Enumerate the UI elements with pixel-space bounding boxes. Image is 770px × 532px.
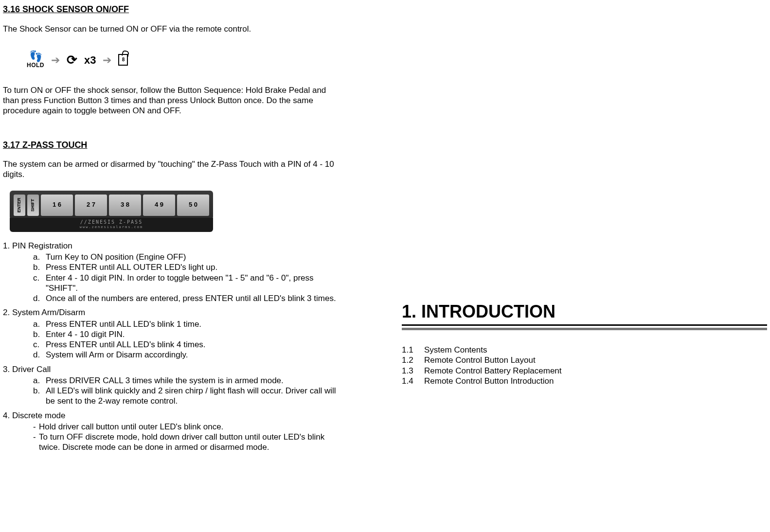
- list-item: b.Enter 4 - 10 digit PIN.: [33, 329, 343, 339]
- toc-item: 1.2Remote Control Button Layout: [402, 355, 767, 365]
- hold-label: HOLD: [27, 62, 44, 69]
- list-item: Hold driver call button until outer LED'…: [33, 422, 343, 432]
- arm-disarm-list: a.Press ENTER until ALL LED's blink 1 ti…: [3, 319, 343, 360]
- section-3-17-intro: The system can be armed or disarmed by "…: [3, 159, 339, 180]
- driver-call-list: a.Press DRIVER CALL 3 times while the sy…: [3, 375, 343, 407]
- keypad-key-3-8: 3 8: [109, 195, 141, 216]
- heading-rule: [402, 328, 767, 330]
- introduction-toc: 1.1System Contents 1.2Remote Control But…: [402, 345, 767, 386]
- foot-icon: 👣: [29, 51, 42, 62]
- pin-registration-list: a.Turn Key to ON position (Engine OFF) b…: [3, 252, 343, 303]
- keypad-key-1-6: 1 6: [41, 195, 73, 216]
- discrete-mode-list: Hold driver call button until outer LED'…: [3, 422, 343, 453]
- zpass-keypad-illustration: ENTER SHIFT 1 6 2 7 3 8 4 9 5 0 //ZENESI…: [10, 191, 213, 232]
- introduction-heading: 1. INTRODUCTION: [402, 301, 767, 326]
- arm-disarm-title: 2. System Arm/Disarm: [3, 307, 343, 318]
- list-item: b.All LED's will blink quickly and 2 sir…: [33, 386, 343, 407]
- left-column: 3.16 SHOCK SENSOR ON/OFF The Shock Senso…: [3, 4, 343, 528]
- toc-item: 1.3Remote Control Battery Replacement: [402, 366, 767, 376]
- section-3-17-heading: 3.17 Z-PASS TOUCH: [3, 140, 343, 151]
- times-three-label: x3: [84, 53, 96, 67]
- toc-item: 1.4Remote Control Button Introduction: [402, 376, 767, 386]
- driver-call-title: 3. Driver Call: [3, 364, 343, 374]
- list-item: b.Press ENTER until ALL OUTER LED's ligh…: [33, 262, 343, 272]
- section-3-16-intro: The Shock Sensor can be turned ON or OFF…: [3, 24, 339, 34]
- cycle-icon: ⟳: [67, 52, 77, 68]
- discrete-mode-title: 4. Discrete mode: [3, 410, 343, 421]
- keypad-brand-strip: //ZENESIS Z-PASS www.zenesisalarms.com: [10, 218, 213, 232]
- list-item: To turn OFF discrete mode, hold down dri…: [33, 432, 343, 453]
- section-3-16-para2: To turn ON or OFF the shock sensor, foll…: [3, 85, 339, 116]
- section-3-16-heading: 3.16 SHOCK SENSOR ON/OFF: [3, 4, 343, 15]
- right-column: 1. INTRODUCTION 1.1System Contents 1.2Re…: [402, 4, 767, 528]
- keypad-brand: //ZENESIS Z-PASS: [10, 219, 213, 226]
- unlock-icon: 8: [118, 54, 128, 66]
- keypad-key-4-9: 4 9: [143, 195, 175, 216]
- list-item: a.Press ENTER until ALL LED's blink 1 ti…: [33, 319, 343, 329]
- keypad-key-5-0: 5 0: [177, 195, 209, 216]
- list-item: c.Press ENTER until ALL LED's blink 4 ti…: [33, 339, 343, 350]
- list-item: d.System will Arm or Disarm accordingly.: [33, 350, 343, 360]
- keypad-enter: ENTER: [14, 195, 25, 216]
- arrow-right-icon: ➔: [51, 53, 60, 67]
- list-item: a.Turn Key to ON position (Engine OFF): [33, 252, 343, 262]
- list-item: c.Enter 4 - 10 digit PIN. In order to to…: [33, 273, 343, 294]
- hold-icon: 👣 HOLD: [27, 51, 44, 69]
- keypad-shift: SHIFT: [27, 195, 39, 216]
- pin-registration-title: 1. PIN Registration: [3, 241, 343, 251]
- list-item: d.Once all of the numbers are entered, p…: [33, 293, 343, 303]
- unlock-inner-label: 8: [122, 57, 125, 63]
- toc-item: 1.1System Contents: [402, 345, 767, 355]
- keypad-key-2-7: 2 7: [75, 195, 107, 216]
- list-item: a.Press DRIVER CALL 3 times while the sy…: [33, 375, 343, 386]
- button-sequence-illustration: 👣 HOLD ➔ ⟳ x3 ➔ 8: [22, 46, 135, 74]
- pin-registration-section: 1. PIN Registration a.Turn Key to ON pos…: [3, 241, 343, 453]
- keypad-brand-sub: www.zenesisalarms.com: [10, 225, 213, 230]
- arrow-right-icon: ➔: [103, 53, 111, 67]
